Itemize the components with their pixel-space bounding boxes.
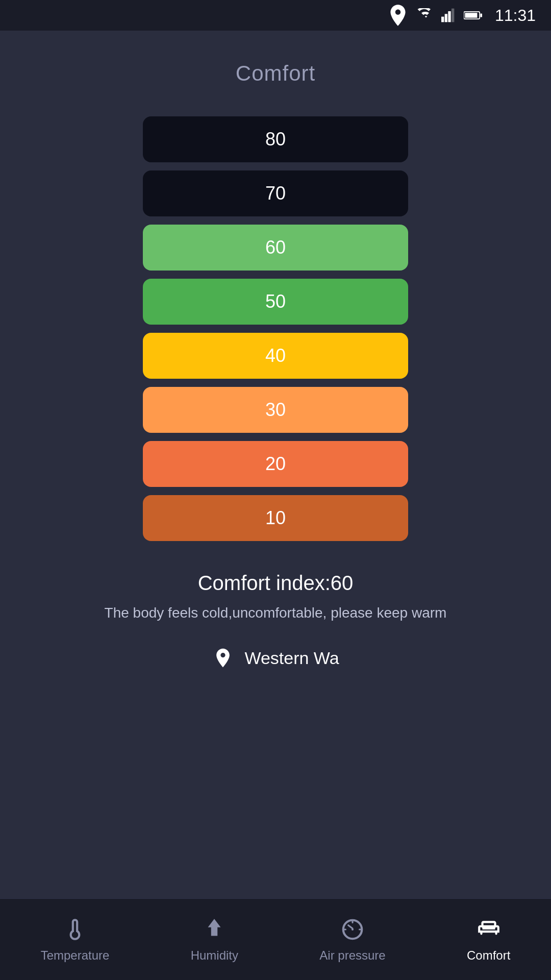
status-icons [385, 3, 482, 28]
battery-icon [464, 8, 482, 22]
page-title: Comfort [236, 61, 315, 86]
svg-rect-5 [465, 13, 477, 18]
nav-item-comfort[interactable]: Comfort [452, 912, 525, 968]
nav-label-temperature: Temperature [41, 948, 110, 963]
bottom-nav: Temperature Humidity Air pressure Comfor… [0, 898, 551, 980]
wifi-icon [417, 8, 435, 22]
svg-rect-0 [441, 17, 444, 22]
svg-rect-1 [445, 14, 447, 22]
status-bar: 11:31 [0, 0, 551, 31]
main-content: Comfort 80 70 60 50 40 30 20 10 Comfort … [0, 31, 551, 898]
gauge-icon [340, 917, 365, 942]
comfort-icon [476, 917, 502, 942]
status-time: 11:31 [495, 6, 536, 25]
comfort-index: Comfort index:60 [198, 572, 354, 595]
location-pin-icon [212, 647, 234, 669]
svg-rect-6 [480, 13, 482, 17]
location-text: Western Wa [244, 648, 339, 668]
scale-bar-40[interactable]: 40 [143, 333, 408, 379]
scale-bar-50[interactable]: 50 [143, 279, 408, 325]
location-status-icon [385, 3, 411, 28]
scale-bar-80[interactable]: 80 [143, 116, 408, 162]
scale-bar-10[interactable]: 10 [143, 495, 408, 541]
nav-item-temperature[interactable]: Temperature [26, 912, 125, 968]
thermometer-icon [62, 917, 88, 942]
svg-rect-2 [448, 11, 450, 22]
comfort-description: The body feels cold,uncomfortable, pleas… [84, 605, 467, 621]
nav-label-air-pressure: Air pressure [319, 948, 385, 963]
signal-icon [441, 8, 458, 22]
nav-item-air-pressure[interactable]: Air pressure [304, 912, 400, 968]
scale-bar-20[interactable]: 20 [143, 441, 408, 487]
nav-item-humidity[interactable]: Humidity [176, 912, 254, 968]
scale-bar-60[interactable]: 60 [143, 225, 408, 271]
humidity-icon [202, 917, 227, 942]
scale-bar-70[interactable]: 70 [143, 170, 408, 216]
svg-rect-3 [452, 9, 454, 22]
location-row: Western Wa [212, 647, 339, 669]
nav-label-comfort: Comfort [467, 948, 510, 963]
nav-label-humidity: Humidity [191, 948, 238, 963]
scale-bar-30[interactable]: 30 [143, 387, 408, 433]
scale-container: 80 70 60 50 40 30 20 10 [143, 116, 408, 541]
svg-line-9 [348, 925, 353, 928]
